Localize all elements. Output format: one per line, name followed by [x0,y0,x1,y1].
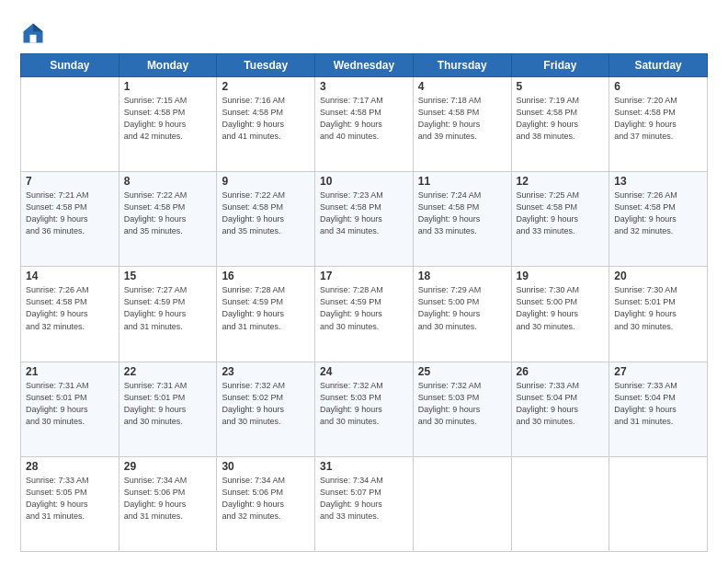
day-number: 16 [222,270,310,282]
day-number: 9 [222,175,310,188]
calendar-cell: 17Sunrise: 7:28 AMSunset: 4:59 PMDayligh… [315,267,414,362]
day-info: Sunrise: 7:33 AMSunset: 5:05 PMDaylight:… [26,475,114,523]
day-info: Sunrise: 7:31 AMSunset: 5:01 PMDaylight:… [124,380,212,428]
calendar-cell: 18Sunrise: 7:29 AMSunset: 5:00 PMDayligh… [413,267,511,362]
day-number: 1 [124,80,212,93]
day-info: Sunrise: 7:29 AMSunset: 5:00 PMDaylight:… [418,284,506,332]
calendar-cell: 22Sunrise: 7:31 AMSunset: 5:01 PMDayligh… [119,362,217,456]
day-info: Sunrise: 7:32 AMSunset: 5:03 PMDaylight:… [418,380,506,428]
calendar-cell: 28Sunrise: 7:33 AMSunset: 5:05 PMDayligh… [21,456,119,551]
day-info: Sunrise: 7:28 AMSunset: 4:59 PMDaylight:… [320,284,408,332]
calendar-cell: 1Sunrise: 7:15 AMSunset: 4:58 PMDaylight… [119,77,217,172]
day-info: Sunrise: 7:26 AMSunset: 4:58 PMDaylight:… [614,190,702,237]
svg-marker-1 [33,24,43,32]
day-info: Sunrise: 7:25 AMSunset: 4:58 PMDaylight:… [517,190,605,237]
calendar-cell: 30Sunrise: 7:34 AMSunset: 5:06 PMDayligh… [217,456,315,551]
day-info: Sunrise: 7:33 AMSunset: 5:04 PMDaylight:… [517,380,605,428]
day-info: Sunrise: 7:24 AMSunset: 4:58 PMDaylight:… [418,190,506,237]
day-number: 23 [222,365,310,378]
day-info: Sunrise: 7:22 AMSunset: 4:58 PMDaylight:… [124,190,212,237]
day-number: 19 [517,270,605,282]
day-info: Sunrise: 7:17 AMSunset: 4:58 PMDaylight:… [320,95,408,143]
day-number: 15 [124,270,212,282]
calendar-cell: 12Sunrise: 7:25 AMSunset: 4:58 PMDayligh… [511,172,609,267]
calendar-week-row: 28Sunrise: 7:33 AMSunset: 5:05 PMDayligh… [21,456,708,551]
calendar-cell: 20Sunrise: 7:30 AMSunset: 5:01 PMDayligh… [609,267,708,362]
calendar-cell: 15Sunrise: 7:27 AMSunset: 4:59 PMDayligh… [119,267,217,362]
calendar-cell: 3Sunrise: 7:17 AMSunset: 4:58 PMDaylight… [315,77,414,172]
day-info: Sunrise: 7:33 AMSunset: 5:04 PMDaylight:… [614,380,702,428]
day-info: Sunrise: 7:18 AMSunset: 4:58 PMDaylight:… [418,95,506,143]
day-number: 20 [614,270,702,282]
calendar-cell [511,456,609,551]
day-number: 28 [26,460,114,473]
day-number: 24 [320,365,408,378]
calendar-cell: 6Sunrise: 7:20 AMSunset: 4:58 PMDaylight… [609,77,708,172]
weekday-header-sunday: Sunday [21,54,119,77]
calendar-cell: 29Sunrise: 7:34 AMSunset: 5:06 PMDayligh… [119,456,217,551]
day-info: Sunrise: 7:34 AMSunset: 5:07 PMDaylight:… [320,475,408,523]
calendar-cell: 21Sunrise: 7:31 AMSunset: 5:01 PMDayligh… [21,362,119,456]
calendar-cell: 27Sunrise: 7:33 AMSunset: 5:04 PMDayligh… [609,362,708,456]
calendar-week-row: 7Sunrise: 7:21 AMSunset: 4:58 PMDaylight… [21,172,708,267]
day-info: Sunrise: 7:20 AMSunset: 4:58 PMDaylight:… [614,95,702,143]
day-number: 4 [418,80,506,93]
calendar-cell: 5Sunrise: 7:19 AMSunset: 4:58 PMDaylight… [511,77,609,172]
calendar-cell: 7Sunrise: 7:21 AMSunset: 4:58 PMDaylight… [21,172,119,267]
day-info: Sunrise: 7:23 AMSunset: 4:58 PMDaylight:… [320,190,408,237]
day-number: 11 [418,175,506,188]
day-info: Sunrise: 7:27 AMSunset: 4:59 PMDaylight:… [124,284,212,332]
calendar-table: SundayMondayTuesdayWednesdayThursdayFrid… [20,53,708,552]
day-number: 7 [26,175,114,188]
day-number: 26 [517,365,605,378]
day-number: 31 [320,460,408,473]
weekday-header-tuesday: Tuesday [217,54,315,77]
weekday-header-thursday: Thursday [413,54,511,77]
calendar-cell: 9Sunrise: 7:22 AMSunset: 4:58 PMDaylight… [217,172,315,267]
day-info: Sunrise: 7:21 AMSunset: 4:58 PMDaylight:… [26,190,114,237]
day-number: 27 [614,365,702,378]
calendar-cell [21,77,119,172]
calendar-cell: 2Sunrise: 7:16 AMSunset: 4:58 PMDaylight… [217,77,315,172]
logo-icon [20,20,46,46]
day-number: 5 [517,80,605,93]
page: SundayMondayTuesdayWednesdayThursdayFrid… [0,0,728,563]
calendar-week-row: 1Sunrise: 7:15 AMSunset: 4:58 PMDaylight… [21,77,708,172]
day-number: 18 [418,270,506,282]
calendar-cell: 11Sunrise: 7:24 AMSunset: 4:58 PMDayligh… [413,172,511,267]
calendar-cell: 24Sunrise: 7:32 AMSunset: 5:03 PMDayligh… [315,362,414,456]
weekday-header-row: SundayMondayTuesdayWednesdayThursdayFrid… [21,54,708,77]
calendar-week-row: 21Sunrise: 7:31 AMSunset: 5:01 PMDayligh… [21,362,708,456]
day-info: Sunrise: 7:30 AMSunset: 5:00 PMDaylight:… [517,284,605,332]
day-info: Sunrise: 7:34 AMSunset: 5:06 PMDaylight:… [124,475,212,523]
day-number: 12 [517,175,605,188]
day-number: 22 [124,365,212,378]
day-info: Sunrise: 7:26 AMSunset: 4:58 PMDaylight:… [26,284,114,332]
calendar-cell: 13Sunrise: 7:26 AMSunset: 4:58 PMDayligh… [609,172,708,267]
weekday-header-monday: Monday [119,54,217,77]
day-info: Sunrise: 7:19 AMSunset: 4:58 PMDaylight:… [517,95,605,143]
day-number: 8 [124,175,212,188]
calendar-cell: 25Sunrise: 7:32 AMSunset: 5:03 PMDayligh… [413,362,511,456]
calendar-cell: 23Sunrise: 7:32 AMSunset: 5:02 PMDayligh… [217,362,315,456]
calendar-cell: 10Sunrise: 7:23 AMSunset: 4:58 PMDayligh… [315,172,414,267]
calendar-week-row: 14Sunrise: 7:26 AMSunset: 4:58 PMDayligh… [21,267,708,362]
day-number: 13 [614,175,702,188]
calendar-cell: 16Sunrise: 7:28 AMSunset: 4:59 PMDayligh… [217,267,315,362]
day-number: 10 [320,175,408,188]
day-number: 3 [320,80,408,93]
calendar-cell: 8Sunrise: 7:22 AMSunset: 4:58 PMDaylight… [119,172,217,267]
day-info: Sunrise: 7:16 AMSunset: 4:58 PMDaylight:… [222,95,310,143]
day-number: 30 [222,460,310,473]
calendar-cell: 4Sunrise: 7:18 AMSunset: 4:58 PMDaylight… [413,77,511,172]
day-number: 21 [26,365,114,378]
logo [20,20,50,46]
day-info: Sunrise: 7:28 AMSunset: 4:59 PMDaylight:… [222,284,310,332]
calendar-cell: 19Sunrise: 7:30 AMSunset: 5:00 PMDayligh… [511,267,609,362]
day-info: Sunrise: 7:34 AMSunset: 5:06 PMDaylight:… [222,475,310,523]
day-info: Sunrise: 7:31 AMSunset: 5:01 PMDaylight:… [26,380,114,428]
day-info: Sunrise: 7:15 AMSunset: 4:58 PMDaylight:… [124,95,212,143]
calendar-cell: 14Sunrise: 7:26 AMSunset: 4:58 PMDayligh… [21,267,119,362]
day-info: Sunrise: 7:32 AMSunset: 5:02 PMDaylight:… [222,380,310,428]
day-number: 17 [320,270,408,282]
